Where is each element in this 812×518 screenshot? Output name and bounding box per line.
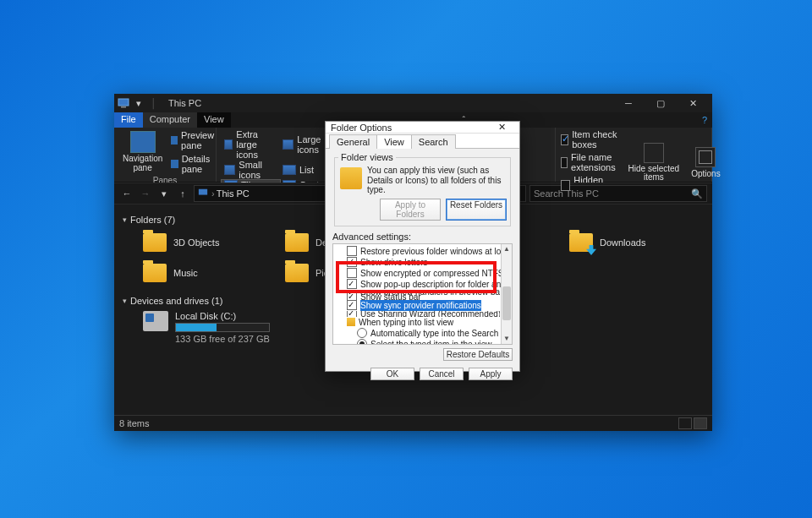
hide-selected-icon [644,143,664,163]
layout-extra-large[interactable]: Extra large icons [222,129,280,160]
adv-show-encrypted[interactable]: Show encrypted or compressed NTFS files … [335,268,500,279]
qa-sep: │ [148,97,160,109]
folder-views-text: You can apply this view (such as Details… [367,166,507,195]
adv-sharing-wizard[interactable]: Use Sharing Wizard (Recommended) [335,311,500,317]
drive-icon [143,311,168,331]
help-icon[interactable]: ? [697,112,712,128]
adv-restore-previous[interactable]: Restore previous folder windows at log-o… [335,246,500,257]
window-title: This PC [168,98,201,108]
scroll-thumb[interactable] [502,286,511,320]
radio-icon [357,339,367,345]
folder-icon [143,233,167,252]
file-name-extensions-label: File name extensions [571,152,620,172]
tab-view[interactable]: View [197,112,231,128]
adv-auto-type[interactable]: Automatically type into the Search Box [335,328,500,339]
back-button[interactable]: ← [119,186,134,201]
dialog-close-button[interactable]: ✕ [489,122,514,133]
tab-file[interactable]: File [114,112,143,128]
folder-label: Downloads [600,237,645,248]
options-button[interactable]: Options [688,145,723,180]
apply-to-folders-button[interactable]: Apply to Folders [380,199,441,221]
dialog-tabs: General View Search [326,134,519,149]
layout-icon [283,165,296,175]
adv-show-status-bar[interactable]: Show status bar [335,294,500,300]
folder-music[interactable]: Music [143,260,277,286]
advanced-settings-list[interactable]: Restore previous folder windows at log-o… [332,243,513,345]
dialog-title: Folder Options [331,123,392,133]
folder-icon [285,233,309,252]
item-check-boxes-label: Item check boxes [572,129,619,150]
file-name-extensions[interactable]: File name extensions [561,152,620,172]
dialog-tab-view[interactable]: View [376,134,412,149]
preview-pane-label: Preview pane [181,130,217,150]
scroll-up-icon[interactable]: ▲ [502,244,512,254]
folder-3d-objects[interactable]: 3D Objects [143,230,277,255]
adv-item-label: Show sync provider notifications [360,300,481,311]
forward-button[interactable]: → [138,186,153,201]
checkbox-icon [561,180,570,191]
chevron-down-icon: ▾ [123,215,127,224]
drive-free-text: 133 GB free of 237 GB [175,334,270,344]
drives-section-label: Devices and drives (1) [130,296,222,306]
cancel-button[interactable]: Cancel [420,368,464,380]
hide-selected-label: Hide selected items [628,165,680,183]
layout-icon [224,165,235,175]
reset-folders-button[interactable]: Reset Folders [446,199,507,221]
navigation-pane-label: Navigation pane [123,155,162,172]
folder-icon [143,264,167,282]
navigation-pane-button[interactable]: Navigation pane [119,129,166,174]
advanced-settings-label: Advanced settings: [332,232,513,242]
maximize-button[interactable]: ▢ [645,94,677,112]
options-label: Options [691,169,720,178]
adv-item-label: Show encrypted or compressed NTFS files … [360,268,513,279]
view-tiles-icon[interactable] [694,417,707,429]
adv-item-label: Show pop-up description for folder and d… [360,279,513,290]
folder-icon [285,264,309,282]
search-input[interactable]: Search This PC 🔍 [529,185,707,202]
dialog-tab-search[interactable]: Search [411,134,456,149]
preview-pane-button[interactable]: Preview pane [171,130,217,150]
view-details-icon[interactable] [678,417,692,429]
scrollbar[interactable]: ▲ ▼ [501,244,512,344]
breadcrumb-location[interactable]: This PC [217,188,250,199]
folder-downloads[interactable]: Downloads [569,230,703,255]
details-pane-label: Details pane [182,154,218,174]
dialog-titlebar[interactable]: Folder Options ✕ [326,122,519,134]
folder-icon [569,233,593,252]
folder-label: Music [173,268,198,278]
recent-locations-button[interactable]: ▾ [156,186,172,201]
options-icon [695,147,716,167]
adv-item-label: Select the typed item in the view [370,339,491,345]
adv-select-typed[interactable]: Select the typed item in the view [335,339,500,345]
details-pane-button[interactable]: Details pane [171,154,217,174]
close-button[interactable]: ✕ [677,94,709,112]
layout-extra-large-label: Extra large icons [236,129,277,160]
item-check-boxes[interactable]: Item check boxes [561,129,620,150]
up-button[interactable]: ↑ [175,186,190,201]
layout-small-label: Small icons [239,160,277,180]
minimize-button[interactable]: ─ [612,94,645,112]
tab-computer[interactable]: Computer [143,112,197,128]
preview-pane-icon [171,136,178,144]
scroll-down-icon[interactable]: ▼ [502,334,512,344]
ok-button[interactable]: OK [370,368,414,380]
adv-sync-provider[interactable]: Show sync provider notifications [335,300,500,311]
pc-icon [198,188,208,199]
hide-selected-items-button[interactable]: Hide selected items [625,141,683,184]
dialog-tab-general[interactable]: General [329,134,377,149]
qa-save-icon[interactable]: ▾ [133,97,145,109]
search-icon[interactable]: 🔍 [691,188,703,199]
adv-show-popup[interactable]: Show pop-up description for folder and d… [335,279,500,290]
adv-show-drive-letters[interactable]: Show drive letters [335,257,500,268]
checkbox-icon [347,300,357,310]
folder-views-icon [340,167,362,189]
layout-small[interactable]: Small icons [222,160,280,180]
adv-item-label: Show status bar [360,294,421,300]
status-item-count: 8 items [119,418,149,428]
titlebar[interactable]: ▾ │ This PC ─ ▢ ✕ [114,94,712,112]
adv-typing-into[interactable]: When typing into list view [335,317,500,328]
restore-defaults-button[interactable]: Restore Defaults [443,348,513,361]
dialog-buttons: OK Cancel Apply [326,364,519,384]
apply-button[interactable]: Apply [469,368,513,380]
navigation-pane-icon [130,131,156,153]
